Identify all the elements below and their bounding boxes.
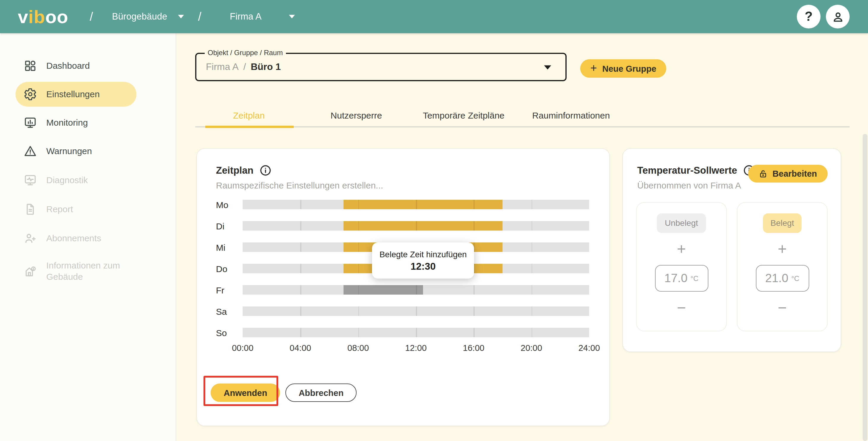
help-icon: ? [805,9,813,24]
gridline [301,242,301,252]
gridline [474,221,475,231]
breadcrumb-building[interactable]: Bürogebäude [112,11,184,22]
schedule-row[interactable]: Sa [216,306,589,316]
axis-tick: 12:00 [405,343,427,353]
sidebar-item-label: Abonnements [46,233,101,244]
schedule-card: Zeitplan Raumspezifische Einstellungen e… [196,148,610,426]
temperature-input[interactable]: 21.0 °C [755,265,809,292]
schedule-segment-occupied[interactable] [344,200,502,209]
decrease-button[interactable]: − [778,300,787,315]
sidebar-item-label: Dashboard [46,60,90,72]
schedule-row[interactable]: So [216,328,589,337]
schedule-row[interactable]: Mo [216,200,589,209]
tab-zeitplan[interactable]: Zeitplan [195,103,303,128]
new-group-button[interactable]: +Neue Gruppe [580,59,666,78]
gridline [531,285,532,295]
schedule-segment-occupied[interactable] [344,221,502,231]
info-icon[interactable] [259,164,272,177]
schedule-track[interactable] [243,221,589,231]
tab-nutzersperre[interactable]: Nutzersperre [303,103,410,128]
sidebar-item-label: Report [46,204,73,215]
breadcrumb-company-label: Firma A [230,11,261,22]
tab-temporaere-zeitplaene[interactable]: Temporäre Zeitpläne [410,103,517,128]
sidebar-item-warnungen[interactable]: Warnungen [16,139,136,164]
sidebar-item-gebaeudeinfo: Informationen zum Gebäude [16,254,136,288]
schedule-card-subtitle: Raumspezifische Einstellungen erstellen.… [197,180,609,190]
schedule-segment-pending[interactable] [344,285,423,295]
mode-badge: Unbelegt [657,213,706,233]
tooltip-time: 12:30 [410,261,435,272]
lock-open-icon [759,169,768,178]
increase-button[interactable]: + [778,241,787,257]
chevron-down-icon [178,15,184,19]
schedule-track[interactable] [243,306,589,316]
topbar-actions: ? [797,5,849,29]
temperature-unit: °C [690,274,698,282]
day-label: Do [216,264,243,274]
gear-icon [24,88,37,101]
increase-button[interactable]: + [677,241,686,257]
sidebar-item-monitoring[interactable]: Monitoring [16,110,136,135]
gridline [358,264,359,273]
cancel-button[interactable]: Abbrechen [286,383,357,402]
sidebar-item-dashboard[interactable]: Dashboard [16,53,136,78]
gridline [531,328,532,337]
active-tab-indicator [205,126,294,128]
schedule-chart: MoDiMiDoFrSaSo 00:0004:0008:0012:0016:00… [197,200,609,355]
scrollbar[interactable] [863,134,867,441]
gridline [416,285,417,295]
temperature-card: Temperatur-Sollwerte Bearbeiten Übernomm… [622,148,841,352]
schedule-card-header: Zeitplan [197,149,609,177]
mode-badge: Belegt [763,213,802,233]
user-icon [831,10,844,24]
diagnostics-icon [24,174,37,187]
breadcrumb-building-label: Bürogebäude [112,11,167,22]
dropdown-caret-icon [544,65,551,69]
gridline [531,306,532,316]
gridline [301,221,301,231]
edit-button-label: Bearbeiten [773,169,817,178]
help-button[interactable]: ? [797,5,820,29]
gridline [531,264,532,273]
sidebar-item-report: Report [16,197,136,222]
new-group-label: Neue Gruppe [602,64,656,73]
edit-button[interactable]: Bearbeiten [748,165,828,182]
schedule-row[interactable]: Fr [216,285,589,295]
gridline [474,200,475,209]
schedule-track[interactable] [243,285,589,295]
decrease-button[interactable]: − [677,300,686,315]
breadcrumb-separator: / [198,10,202,24]
day-label: Fr [216,285,243,295]
gridline [474,328,475,337]
room-selector-value: Firma A/Büro 1 [206,62,281,72]
temperature-input[interactable]: 17.0 °C [655,265,708,292]
setpoint-belegt: Belegt + 21.0 °C − [737,202,828,331]
gridline [416,200,417,209]
sidebar-item-einstellungen[interactable]: Einstellungen [16,82,136,107]
tab-bar: Zeitplan Nutzersperre Temporäre Zeitplän… [195,103,849,128]
axis-tick: 20:00 [521,343,542,353]
gridline [531,242,532,252]
gridline [531,221,532,231]
gridline [358,306,359,316]
gridline [416,306,417,316]
main-content: Objekt / Gruppe / Raum Firma A/Büro 1 +N… [176,33,868,441]
axis-tick: 04:00 [289,343,311,353]
warning-icon [24,145,37,158]
schedule-track[interactable] [243,200,589,209]
day-label: Sa [216,306,243,316]
breadcrumb-company[interactable]: Firma A [230,11,295,22]
selector-path-prefix: Firma A [206,62,239,72]
account-button[interactable] [826,5,849,29]
sidebar-item-label: Einstellungen [46,89,100,100]
apply-button[interactable]: Anwenden [211,383,280,402]
building-info-icon [24,264,37,277]
tab-rauminformationen[interactable]: Rauminformationen [517,103,625,128]
schedule-track[interactable] [243,328,589,337]
schedule-row[interactable]: Di [216,221,589,231]
room-selector[interactable]: Objekt / Gruppe / Raum Firma A/Büro 1 [195,53,567,81]
viboo-logo[interactable]: viboo [18,7,68,26]
gridline [301,200,301,209]
tooltip-label: Belegte Zeit hinzufügen [379,249,467,259]
schedule-tooltip: Belegte Zeit hinzufügen 12:30 [372,242,474,279]
